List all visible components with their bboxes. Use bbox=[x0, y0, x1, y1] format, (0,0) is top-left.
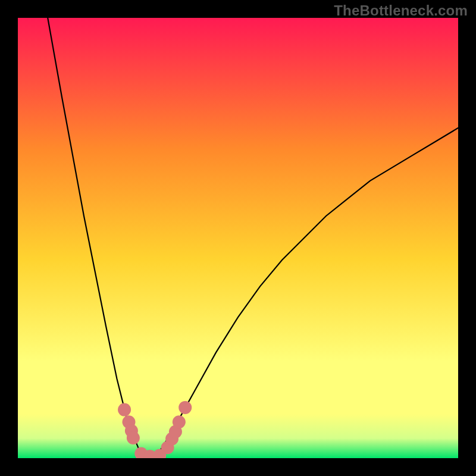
plot-area bbox=[18, 18, 458, 458]
data-marker bbox=[173, 415, 186, 428]
data-marker bbox=[127, 431, 140, 444]
gradient-background bbox=[18, 18, 458, 458]
data-marker bbox=[178, 401, 192, 414]
data-marker bbox=[118, 403, 131, 416]
watermark-text: TheBottleneck.com bbox=[334, 2, 468, 19]
chart-svg bbox=[18, 18, 458, 458]
chart-frame: TheBottleneck.com bbox=[0, 0, 476, 476]
